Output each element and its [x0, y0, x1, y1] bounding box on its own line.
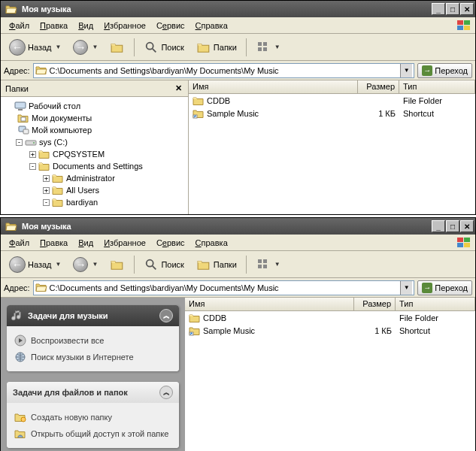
file-name: Sample Music [203, 326, 255, 335]
address-field[interactable]: ▼ [33, 280, 415, 295]
expand-box[interactable]: - [16, 139, 23, 146]
tree-node[interactable]: -Documents and Settings [2, 160, 186, 172]
maximize-button[interactable]: □ [446, 220, 459, 232]
menu-edit[interactable]: Правка [35, 20, 73, 32]
address-input[interactable] [50, 283, 401, 292]
address-input[interactable] [50, 66, 401, 75]
file-rows[interactable]: CDDBFile FolderSample Music1 КБShortcut [189, 94, 475, 120]
search-button[interactable]: Поиск [138, 37, 189, 58]
task-link[interactable]: Поиск музыки в Интернете [14, 349, 171, 365]
go-button[interactable]: → Переход [417, 63, 472, 78]
panel-close-button[interactable]: ✕ [173, 83, 183, 94]
file-tasks-header[interactable]: Задачи для файлов и папок ︽ [7, 382, 179, 403]
back-button[interactable]: ← Назад ▼ [4, 254, 66, 275]
folders-icon [196, 257, 211, 272]
tree-node[interactable]: +All Users [2, 184, 186, 196]
back-button[interactable]: ← Назад ▼ [4, 37, 66, 58]
views-button[interactable]: ▼ [250, 254, 286, 275]
folder-icon [35, 65, 47, 77]
tree-label: Мой компьютер [32, 126, 92, 135]
folders-button[interactable]: Папки [191, 254, 242, 275]
minimize-button[interactable]: _ [432, 220, 445, 232]
col-type[interactable]: Тип [399, 80, 475, 93]
col-size[interactable]: Размер [358, 80, 399, 93]
tree-node[interactable]: Мой компьютер [2, 124, 186, 136]
play-icon [14, 334, 26, 347]
expand-box[interactable]: + [43, 187, 50, 194]
task-link[interactable]: Открыть общий доступ к этой папке [14, 425, 171, 442]
collapse-icon[interactable]: ︽ [159, 386, 173, 399]
panel-title: Папки [5, 84, 29, 93]
menu-view[interactable]: Вид [73, 237, 99, 249]
tree-node[interactable]: -sys (C:) [2, 136, 186, 148]
menu-favorites[interactable]: Избранное [99, 237, 151, 249]
separator [134, 38, 135, 56]
maximize-button[interactable]: □ [446, 3, 459, 15]
task-link[interactable]: Создать новую папку [14, 409, 171, 425]
tasks-panel: Задачи для музыки ︽ Воспроизвести всеПои… [1, 298, 185, 451]
music-tasks-header[interactable]: Задачи для музыки ︽ [7, 305, 179, 326]
expand-box[interactable]: + [43, 175, 50, 182]
forward-button[interactable]: → ▼ [68, 254, 103, 275]
menu-view[interactable]: Вид [73, 20, 99, 32]
menu-help[interactable]: Справка [190, 20, 233, 32]
up-button[interactable] [105, 37, 130, 58]
list-item[interactable]: CDDBFile Folder [185, 311, 475, 324]
col-type[interactable]: Тип [396, 298, 475, 310]
search-button[interactable]: Поиск [138, 254, 189, 275]
folder-icon [35, 282, 47, 294]
tree-node[interactable]: +Administrator [2, 172, 186, 184]
folders-icon [196, 40, 211, 55]
address-dropdown[interactable]: ▼ [400, 281, 412, 295]
music-tasks-body: Воспроизвести всеПоиск музыки в Интернет… [7, 326, 179, 371]
file-list: Имя Размер Тип CDDBFile FolderSample Mus… [189, 80, 475, 214]
up-button[interactable] [105, 254, 130, 275]
close-button[interactable]: ✕ [460, 3, 474, 15]
address-dropdown[interactable]: ▼ [400, 64, 412, 77]
minimize-button[interactable]: _ [432, 3, 445, 15]
menu-edit[interactable]: Правка [35, 237, 73, 249]
titlebar[interactable]: Моя музыка _ □ ✕ [1, 1, 475, 17]
col-name[interactable]: Имя [189, 80, 358, 93]
content-area: Задачи для музыки ︽ Воспроизвести всеПои… [1, 298, 475, 451]
titlebar[interactable]: Моя музыка _ □ ✕ [1, 218, 475, 235]
collapse-icon[interactable]: ︽ [159, 309, 173, 322]
menu-tools[interactable]: Сервис [151, 20, 190, 32]
tree-node[interactable]: +CPQSYSTEM [2, 148, 186, 160]
list-item[interactable]: Sample Music1 КБShortcut [185, 324, 475, 337]
expand-box[interactable]: - [43, 199, 50, 206]
tree-node[interactable]: Мои документы [2, 112, 186, 124]
tree-node[interactable]: Рабочий стол [2, 100, 186, 112]
col-name[interactable]: Имя [185, 298, 354, 310]
file-name: CDDB [207, 96, 230, 105]
folder-icon [38, 161, 50, 171]
chevron-down-icon: ▼ [92, 261, 98, 268]
views-button[interactable]: ▼ [250, 37, 286, 58]
go-button[interactable]: → Переход [417, 280, 472, 295]
menu-file[interactable]: Файл [4, 20, 35, 32]
close-button[interactable]: ✕ [460, 220, 474, 232]
list-item[interactable]: Sample Music1 КБShortcut [189, 107, 475, 120]
window-title: Моя музыка [20, 222, 432, 231]
forward-button[interactable]: → ▼ [68, 37, 103, 58]
expand-box[interactable]: - [29, 163, 36, 170]
tree-label: CPQSYSTEM [53, 150, 105, 159]
expand-box[interactable]: + [29, 151, 36, 158]
folder-icon [52, 185, 64, 195]
file-rows[interactable]: CDDBFile FolderSample Music1 КБShortcut [185, 311, 475, 337]
menu-tools[interactable]: Сервис [151, 237, 190, 249]
menu-help[interactable]: Справка [190, 237, 233, 249]
folder-tree[interactable]: Рабочий столМои документыМой компьютер-s… [1, 97, 188, 214]
explorer-window-2: Моя музыка _ □ ✕ Файл Правка Вид Избранн… [0, 217, 476, 451]
file-size: 1 КБ [358, 109, 399, 118]
tree-label: All Users [66, 186, 99, 195]
list-item[interactable]: CDDBFile Folder [189, 94, 475, 107]
menu-file[interactable]: Файл [4, 237, 35, 249]
col-size[interactable]: Размер [354, 298, 396, 310]
task-link[interactable]: Воспроизвести все [14, 332, 171, 349]
menu-favorites[interactable]: Избранное [99, 20, 151, 32]
tree-label: bardiyan [66, 198, 98, 207]
address-field[interactable]: ▼ [33, 63, 415, 78]
tree-node[interactable]: -bardiyan [2, 196, 186, 208]
folders-button[interactable]: Папки [191, 37, 242, 58]
